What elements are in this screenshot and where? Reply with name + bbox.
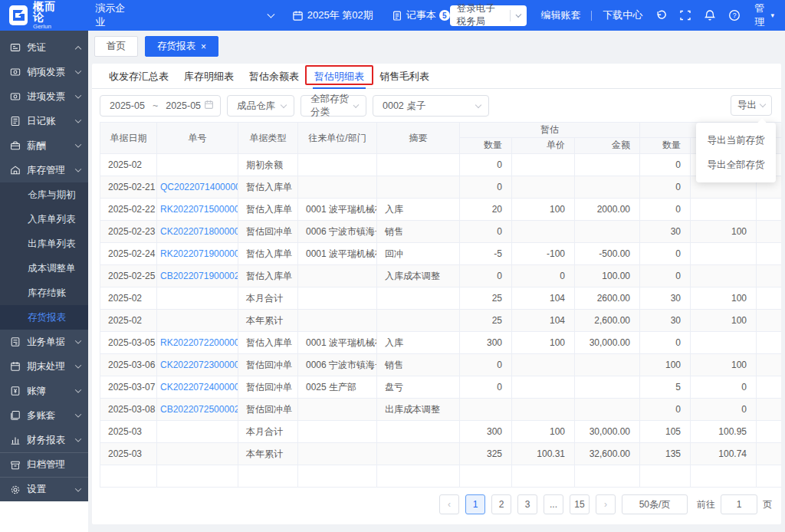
table-cell: [377, 154, 460, 176]
doc-no-link[interactable]: RK20220722000001: [157, 332, 238, 354]
category-select[interactable]: 全部存货分类: [301, 95, 366, 117]
table-cell: [512, 399, 575, 421]
col-header-doc-date[interactable]: 单据日期: [100, 123, 157, 154]
notepad[interactable]: 记事本 5: [392, 8, 450, 22]
sidebar-item-账簿[interactable]: 账簿: [0, 379, 88, 403]
edit-books-link[interactable]: 编辑账套: [540, 8, 580, 22]
sidebar-item-进项发票[interactable]: 进项发票: [0, 84, 88, 109]
page-button-1[interactable]: 1: [465, 494, 485, 514]
sidebar-item-销项发票[interactable]: 销项发票: [0, 60, 88, 84]
subtab-收发存汇总表[interactable]: 收发存汇总表: [107, 64, 170, 89]
table-cell: [460, 465, 512, 488]
tab-首页[interactable]: 首页: [94, 36, 138, 57]
sidebar-item-薪酬[interactable]: 薪酬: [0, 133, 88, 158]
sidebar-subitem-仓库与期初[interactable]: 仓库与期初: [0, 182, 88, 207]
sidebar-subitem-库存结账[interactable]: 库存结账: [0, 281, 88, 305]
notification-bell-icon[interactable]: [704, 9, 716, 21]
goto-page-input[interactable]: [721, 494, 757, 514]
table-cell: 0: [460, 376, 512, 399]
table-cell: [757, 399, 781, 421]
export-menu-item-导出全部存货[interactable]: 导出全部存货: [696, 153, 776, 177]
subtab-销售毛利表[interactable]: 销售毛利表: [378, 64, 431, 89]
export-menu-item-导出当前存货[interactable]: 导出当前存货: [696, 128, 776, 153]
doc-no-link[interactable]: RK20220719000001: [157, 243, 238, 265]
help-icon[interactable]: ?: [728, 9, 741, 21]
sidebar-item-期末处理[interactable]: 期末处理: [0, 354, 88, 379]
app-logo[interactable]: [9, 5, 28, 25]
table-cell: 0: [640, 399, 691, 421]
col-header-est-qty[interactable]: 数量: [460, 137, 512, 153]
tax-login-button[interactable]: 登录电子税务局: [450, 5, 527, 26]
doc-no-link[interactable]: CB20220719000023: [157, 265, 238, 287]
table-cell: 105: [640, 421, 691, 443]
page-size-select[interactable]: 50条/页: [622, 494, 688, 514]
sidebar-subitem-成本调整单[interactable]: 成本调整单: [0, 256, 88, 281]
sidebar-item-财务报表[interactable]: 财务报表: [0, 428, 88, 452]
doc-no-link[interactable]: CB20220725000023: [157, 399, 238, 421]
sidebar-item-设置[interactable]: 设置: [0, 477, 88, 501]
doc-no-link[interactable]: RK20220715000001: [157, 199, 238, 221]
download-center-link[interactable]: 下载中心: [603, 8, 642, 22]
table-cell: [377, 310, 460, 332]
doc-no-link[interactable]: CK20220718000001: [157, 221, 238, 243]
sidebar-item-库存管理[interactable]: 库存管理: [0, 158, 88, 182]
sidebar-item-归档管理[interactable]: 归档管理: [0, 452, 88, 477]
close-icon[interactable]: ×: [201, 42, 206, 51]
date-end[interactable]: 2025-05: [166, 100, 201, 111]
subtab-库存明细表[interactable]: 库存明细表: [182, 64, 235, 89]
warehouse-value: 成品仓库: [237, 100, 275, 113]
date-range-picker[interactable]: 2025-05 ~ 2025-05: [100, 95, 221, 117]
col-header-est-amount[interactable]: 金额: [575, 137, 640, 153]
table-cell: [757, 421, 781, 443]
col-header-rev-qty[interactable]: 数量: [640, 137, 691, 153]
col-header-doc-no[interactable]: 单号: [157, 123, 238, 154]
page-ellipsis[interactable]: ...: [544, 494, 563, 514]
table-cell: 0001 波平瑞机械有...: [298, 332, 377, 354]
table-cell: 0025 生产部: [298, 376, 377, 399]
goto-label: 前往: [697, 498, 715, 511]
warehouse-select[interactable]: 成品仓库: [227, 95, 294, 117]
table-cell: 5: [640, 376, 691, 399]
period-selector[interactable]: 2025年 第02期: [292, 8, 373, 22]
col-header-doc-type[interactable]: 单据类型: [238, 123, 298, 154]
sidebar-item-凭证[interactable]: 凭证: [0, 35, 88, 60]
table-cell: [575, 465, 640, 488]
notepad-icon: [392, 10, 402, 21]
col-header-partner[interactable]: 往来单位/部门: [298, 123, 377, 154]
tab-存货报表[interactable]: 存货报表×: [145, 36, 218, 57]
company-chevron-down-icon[interactable]: [268, 11, 275, 18]
sidebar-item-业务单据[interactable]: 业务单据: [0, 330, 88, 354]
tax-login-chevron-down-icon[interactable]: [515, 11, 521, 17]
fullscreen-scan-icon[interactable]: [679, 9, 691, 21]
date-start[interactable]: 2025-05: [110, 100, 145, 111]
prev-page-button[interactable]: ‹: [439, 494, 459, 514]
business-doc-icon: [10, 337, 21, 348]
table-cell: [691, 265, 757, 287]
table-cell: 0001 波平瑞机械有...: [298, 199, 377, 221]
page-button-15[interactable]: 15: [570, 494, 590, 514]
next-page-button[interactable]: ›: [596, 494, 616, 514]
sidebar-subitem-入库单列表[interactable]: 入库单列表: [0, 207, 88, 232]
export-button[interactable]: 导出: [731, 95, 772, 116]
page-button-3[interactable]: 3: [517, 494, 537, 514]
manage-menu[interactable]: 管理 ▾: [754, 2, 774, 29]
doc-no-link[interactable]: CK20220723000001: [157, 354, 238, 376]
sidebar-item-日记账[interactable]: 日记账: [0, 109, 88, 133]
undo-icon[interactable]: [655, 9, 667, 21]
col-header-summary[interactable]: 摘要: [377, 123, 460, 154]
table-row: 2025-02-25CB20220719000023暂估入库单入库成本调整001…: [100, 265, 782, 287]
inventory-item-select[interactable]: 0002 桌子: [373, 95, 489, 117]
table-cell: 100: [691, 221, 757, 243]
subtab-暂估余额表[interactable]: 暂估余额表: [248, 64, 301, 89]
page-button-2[interactable]: 2: [491, 494, 511, 514]
col-header-est-price[interactable]: 单价: [512, 137, 575, 153]
table-cell: 2025-03: [100, 443, 157, 465]
subtab-暂估明细表[interactable]: 暂估明细表: [313, 64, 366, 89]
company-name[interactable]: 演示企业: [95, 2, 132, 29]
doc-no-link[interactable]: CK20220724000001: [157, 376, 238, 399]
sidebar-item-多账套[interactable]: 多账套: [0, 403, 88, 428]
sidebar-subitem-出库单列表[interactable]: 出库单列表: [0, 232, 88, 256]
doc-no-link[interactable]: QC20220714000001: [157, 176, 238, 199]
sidebar-subitem-存货报表[interactable]: 存货报表: [0, 305, 88, 330]
inventory-item-value: 0002 桌子: [383, 100, 425, 113]
